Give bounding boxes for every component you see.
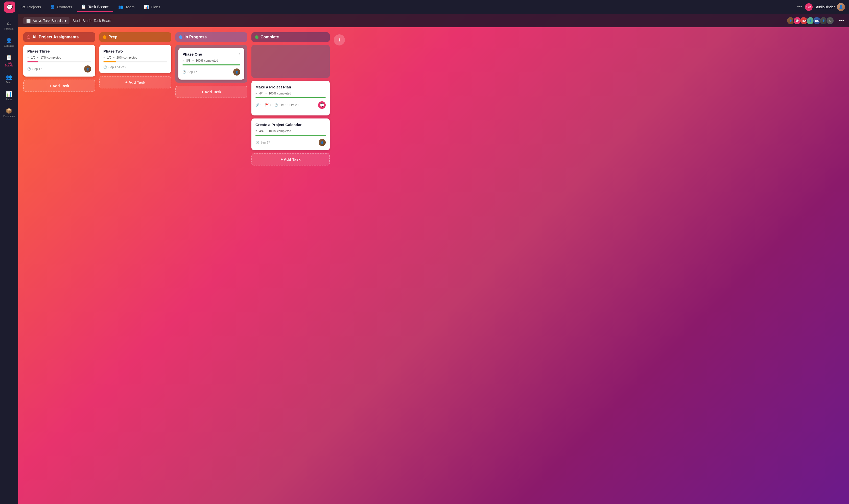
inprogress-card-wrapper: ⋮ Phase One ≡ 8/8 • 100% completed bbox=[175, 45, 247, 83]
sidebar-item-resources[interactable]: 📦 Resources bbox=[0, 105, 18, 120]
card-footer-phase-three: 🕐 Sep 17 👤 bbox=[27, 66, 91, 72]
plans-icon: 📊 bbox=[144, 4, 149, 10]
avatar-count: +7 bbox=[826, 17, 834, 25]
tasks-icon-3: ≡ bbox=[182, 59, 184, 62]
user-menu[interactable]: SB StudioBinder 👤 bbox=[805, 3, 845, 11]
nav-right: ••• SB StudioBinder 👤 bbox=[797, 3, 845, 11]
card-meta-project-plan: ≡ 4/4 • 100% completed bbox=[255, 92, 326, 95]
clip-count: 🔗 1 bbox=[255, 103, 262, 107]
card-meta-phase-one: ≡ 8/8 • 100% completed bbox=[182, 59, 240, 62]
column-title-complete: Complete bbox=[260, 35, 279, 39]
sidebar-resources-icon: 📦 bbox=[6, 108, 12, 114]
board-selector-icon: ⬜ bbox=[26, 19, 31, 23]
nav-contacts[interactable]: 👤 Contacts bbox=[46, 2, 76, 11]
user-avatar: SB bbox=[805, 3, 813, 11]
clock-icon-4: 🕐 bbox=[274, 103, 278, 107]
column-title-inprogress: In Progress bbox=[184, 35, 207, 39]
nav-projects[interactable]: 🗂 Projects bbox=[17, 3, 45, 11]
team-icon: 👥 bbox=[118, 4, 123, 10]
column-header-prep: Prep bbox=[99, 32, 171, 42]
add-task-inprogress[interactable]: + Add Task bbox=[175, 86, 247, 98]
complete-dimmed-area bbox=[251, 45, 330, 78]
card-avatar-phase-three: 👤 bbox=[84, 66, 91, 72]
sidebar-item-contacts[interactable]: 👤 Contacts bbox=[0, 35, 18, 50]
card-title-phase-two: Phase Two bbox=[103, 49, 167, 53]
nav-taskboards[interactable]: 📋 Task Boards bbox=[77, 2, 113, 12]
left-sidebar: 🗂 Projects 👤 Contacts 📋 Task Boards 👥 Te… bbox=[0, 14, 18, 504]
card-meta-phase-two: ≡ 1/5 • 20% completed bbox=[103, 56, 167, 59]
flag-count: 🚩 1 bbox=[265, 103, 272, 107]
progress-bg-phase-three bbox=[27, 61, 91, 62]
progress-bg-phase-two bbox=[103, 61, 167, 62]
sidebar-item-taskboards[interactable]: 📋 Task Boards bbox=[0, 52, 18, 70]
progress-fill-phase-one bbox=[182, 65, 240, 66]
flag-icon: 🚩 bbox=[265, 103, 269, 107]
top-nav: 💬 🗂 Projects 👤 Contacts 📋 Task Boards 👥 … bbox=[0, 0, 849, 14]
card-date-phase-two: 🕐 Sep 17-Oct 9 bbox=[103, 66, 126, 69]
column-complete: Complete Make a Project Plan ≡ 4/4 • 100… bbox=[251, 32, 330, 499]
progress-fill-project-plan bbox=[255, 97, 326, 98]
progress-bg-project-plan bbox=[255, 97, 326, 98]
task-card-phase-three[interactable]: Phase Three ≡ 1/6 • 17% completed 🕐 Sep … bbox=[23, 45, 95, 76]
column-inprogress: In Progress ⋮ Phase One ≡ 8/8 • 100% com… bbox=[175, 32, 247, 499]
sidebar-item-team[interactable]: 👥 Team bbox=[0, 72, 18, 86]
app-logo[interactable]: 💬 bbox=[4, 1, 15, 13]
tasks-icon-5: ≡ bbox=[255, 129, 257, 133]
projects-icon: 🗂 bbox=[21, 5, 25, 10]
status-dot-inprogress bbox=[179, 35, 182, 39]
card-avatar-phase-one: 👤 bbox=[233, 69, 240, 75]
sub-header: ⬜ Active Task Boards ▾ StudioBinder Task… bbox=[18, 14, 849, 27]
progress-fill-phase-two bbox=[103, 61, 116, 62]
content-area: ⬜ Active Task Boards ▾ StudioBinder Task… bbox=[18, 14, 849, 504]
nav-more-button[interactable]: ••• bbox=[797, 4, 802, 10]
sidebar-projects-icon: 🗂 bbox=[6, 21, 12, 26]
card-more-button[interactable]: ⋮ bbox=[237, 51, 241, 56]
card-footer-phase-two: 🕐 Sep 17-Oct 9 bbox=[103, 66, 167, 69]
sub-header-left: ⬜ Active Task Boards ▾ StudioBinder Task… bbox=[23, 17, 783, 24]
task-card-phase-one[interactable]: ⋮ Phase One ≡ 8/8 • 100% completed bbox=[178, 48, 244, 79]
board-selector[interactable]: ⬜ Active Task Boards ▾ bbox=[23, 17, 70, 24]
sidebar-taskboards-icon: 📋 bbox=[6, 54, 12, 60]
card-date-phase-one: 🕐 Sep 17 bbox=[182, 70, 197, 74]
task-card-project-plan[interactable]: Make a Project Plan ≡ 4/4 • 100% complet… bbox=[251, 81, 330, 115]
clock-icon: 🕐 bbox=[27, 67, 31, 71]
task-card-project-calendar[interactable]: Create a Project Calendar ≡ 4/4 • 100% c… bbox=[251, 119, 330, 150]
card-title-project-plan: Make a Project Plan bbox=[255, 85, 326, 89]
tasks-icon-2: ≡ bbox=[103, 56, 105, 59]
status-dot-prep bbox=[103, 35, 106, 39]
chevron-down-icon: ▾ bbox=[65, 19, 67, 23]
add-column-button[interactable]: + bbox=[334, 34, 345, 46]
taskboards-icon: 📋 bbox=[81, 4, 86, 9]
progress-fill-phase-three bbox=[27, 61, 38, 62]
card-title-phase-three: Phase Three bbox=[27, 49, 91, 53]
progress-bg-phase-one bbox=[182, 65, 240, 66]
clock-icon-5: 🕐 bbox=[255, 141, 259, 144]
card-footer-phase-one: 🕐 Sep 17 👤 bbox=[182, 69, 240, 75]
card-meta-project-calendar: ≡ 4/4 • 100% completed bbox=[255, 129, 326, 133]
board-selector-label: Active Task Boards bbox=[33, 19, 63, 23]
column-all: All Project Assignments Phase Three ≡ 1/… bbox=[23, 32, 95, 499]
status-dot-complete bbox=[255, 35, 258, 39]
card-extra-project-plan: 🔗 1 🚩 1 🕐 Oct 15-Oct 29 💬 bbox=[255, 101, 326, 109]
column-header-complete: Complete bbox=[251, 32, 330, 42]
subheader-more-button[interactable]: ••• bbox=[839, 18, 844, 23]
tasks-icon-4: ≡ bbox=[255, 92, 257, 95]
add-task-prep[interactable]: + Add Task bbox=[99, 76, 171, 88]
sidebar-contacts-icon: 👤 bbox=[6, 37, 12, 43]
board-area: All Project Assignments Phase Three ≡ 1/… bbox=[18, 27, 849, 504]
add-task-complete[interactable]: + Add Task bbox=[251, 153, 330, 165]
column-prep: Prep Phase Two ≡ 1/5 • 20% completed bbox=[99, 32, 171, 499]
task-card-phase-two[interactable]: Phase Two ≡ 1/5 • 20% completed 🕐 Sep 17… bbox=[99, 45, 171, 73]
clock-icon-2: 🕐 bbox=[103, 66, 107, 69]
sidebar-item-projects[interactable]: 🗂 Projects bbox=[0, 18, 18, 33]
add-task-all[interactable]: + Add Task bbox=[23, 79, 95, 92]
nav-plans[interactable]: 📊 Plans bbox=[140, 2, 164, 11]
card-footer-project-calendar: 🕐 Sep 17 👤 bbox=[255, 139, 326, 146]
contacts-icon: 👤 bbox=[50, 4, 55, 10]
card-date-phase-three: 🕐 Sep 17 bbox=[27, 67, 42, 71]
card-date-project-plan: 🕐 Oct 15-Oct 29 bbox=[274, 103, 299, 107]
card-avatar-project-plan: 💬 bbox=[318, 101, 326, 109]
nav-team[interactable]: 👥 Team bbox=[114, 2, 139, 11]
column-title-all: All Project Assignments bbox=[32, 35, 78, 39]
sidebar-item-plans[interactable]: 📊 Plans bbox=[0, 88, 18, 103]
